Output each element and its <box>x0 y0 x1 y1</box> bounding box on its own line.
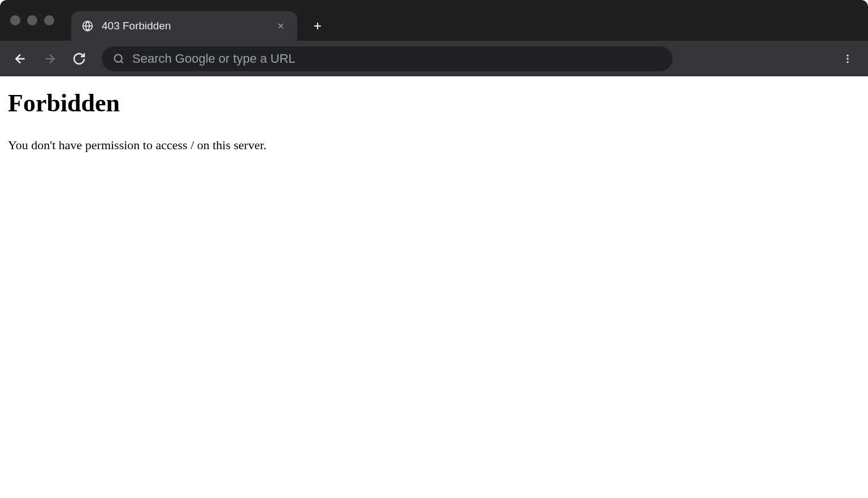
globe-icon <box>81 20 94 32</box>
forward-button[interactable] <box>37 46 62 71</box>
window-close-button[interactable] <box>10 15 20 25</box>
address-bar[interactable] <box>102 46 672 71</box>
browser-menu-button[interactable] <box>835 46 860 71</box>
title-bar: 403 Forbidden <box>0 0 868 41</box>
search-icon <box>113 53 124 64</box>
window-maximize-button[interactable] <box>44 15 54 25</box>
address-input[interactable] <box>132 51 661 66</box>
error-message: You don't have permission to access / on… <box>8 138 860 153</box>
new-tab-button[interactable] <box>306 15 329 37</box>
back-button[interactable] <box>8 46 33 71</box>
svg-point-12 <box>847 61 848 63</box>
svg-point-8 <box>115 54 122 62</box>
svg-point-11 <box>847 58 848 59</box>
svg-point-10 <box>847 54 848 56</box>
window-controls <box>10 15 54 25</box>
page-content: Forbidden You don't have permission to a… <box>0 76 868 498</box>
browser-toolbar <box>0 41 868 76</box>
close-tab-button[interactable] <box>275 20 287 32</box>
svg-line-9 <box>121 60 123 63</box>
browser-tab[interactable]: 403 Forbidden <box>71 11 297 41</box>
error-heading: Forbidden <box>8 89 860 118</box>
browser-chrome: 403 Forbidden <box>0 0 868 76</box>
window-minimize-button[interactable] <box>27 15 37 25</box>
reload-button[interactable] <box>67 46 92 71</box>
tab-title: 403 Forbidden <box>102 20 267 32</box>
